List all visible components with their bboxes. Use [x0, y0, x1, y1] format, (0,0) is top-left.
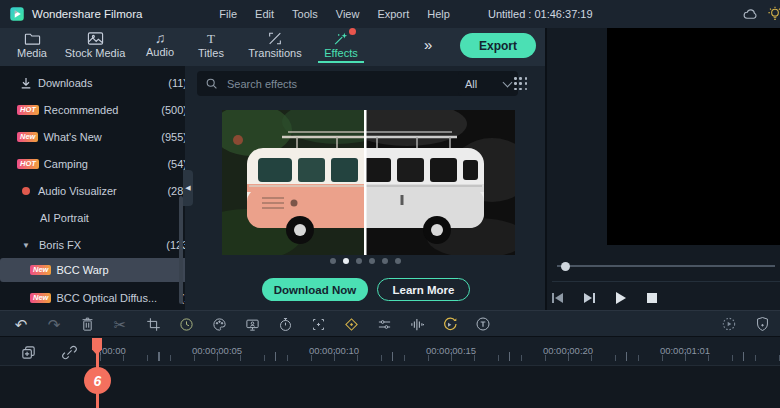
grid-view-icon[interactable] — [514, 77, 528, 91]
audio-sync-icon[interactable] — [438, 313, 462, 335]
color-palette-icon[interactable] — [207, 313, 231, 335]
effects-wand-icon — [333, 31, 350, 46]
sidebar-item-whats-new[interactable]: New What's New (955) — [0, 125, 197, 149]
sidebar-item-label: Downloads — [38, 77, 92, 89]
tab-media-label: Media — [17, 47, 47, 59]
denoise-icon[interactable] — [405, 313, 429, 335]
dot-active[interactable] — [343, 258, 349, 264]
menu-help[interactable]: Help — [418, 8, 459, 20]
learn-more-button[interactable]: Learn More — [377, 278, 470, 301]
tab-transitions[interactable]: Transitions — [244, 31, 306, 59]
previous-frame-button[interactable] — [552, 293, 563, 303]
hot-badge: HOT — [17, 159, 39, 169]
caret-down-icon: ▼ — [22, 241, 30, 250]
dot[interactable] — [369, 258, 375, 264]
effects-category-sidebar: Downloads (11) HOT Recommended (500) New… — [0, 66, 185, 310]
editing-toolbar: ↶ ↷ ✂ — [0, 310, 780, 337]
active-tab-underline — [318, 61, 364, 63]
speed-icon[interactable] — [174, 313, 198, 335]
undo-icon[interactable]: ↶ — [9, 313, 33, 335]
folder-icon — [24, 31, 41, 46]
adjust-icon[interactable] — [372, 313, 396, 335]
next-frame-button[interactable] — [584, 293, 595, 303]
carousel-dots[interactable] — [330, 258, 401, 264]
notification-dot — [349, 28, 356, 35]
tab-audio[interactable]: ♫ Audio — [140, 31, 180, 58]
sidebar-item-camping[interactable]: HOT Camping (54) — [0, 152, 197, 176]
ruler-minor-ticks — [100, 355, 780, 361]
export-button[interactable]: Export — [460, 33, 536, 58]
sidebar-item-label: BCC Warp — [56, 264, 108, 276]
cloud-icon[interactable] — [742, 7, 759, 21]
tab-effects[interactable]: Effects — [318, 31, 364, 59]
stop-button[interactable] — [647, 293, 657, 303]
split-scissors-icon[interactable]: ✂ — [108, 313, 132, 335]
timer-icon[interactable] — [273, 313, 297, 335]
dot[interactable] — [356, 258, 362, 264]
dot[interactable] — [395, 258, 401, 264]
video-preview-area[interactable] — [607, 28, 780, 245]
preview-scrubber[interactable] — [557, 262, 775, 270]
app-title: Wondershare Filmora — [32, 8, 142, 20]
music-note-icon: ♫ — [155, 31, 166, 45]
sidebar-item-label: Camping — [44, 158, 88, 170]
sidebar-item-label: Boris FX — [39, 239, 81, 251]
new-badge: New — [30, 265, 51, 275]
screen-record-icon[interactable] — [240, 313, 264, 335]
dot[interactable] — [382, 258, 388, 264]
sidebar-item-downloads[interactable]: Downloads (11) — [0, 71, 197, 95]
search-input[interactable] — [225, 77, 429, 91]
filter-value: All — [465, 78, 477, 90]
new-badge: New — [30, 293, 51, 303]
red-dot-icon — [17, 187, 35, 195]
render-preview-icon[interactable] — [717, 313, 741, 335]
download-now-button[interactable]: Download Now — [262, 278, 368, 301]
scrubber-track[interactable] — [557, 265, 775, 267]
filter-dropdown[interactable]: All — [458, 71, 518, 96]
bulb-icon[interactable] — [767, 5, 780, 23]
delete-icon[interactable] — [75, 313, 99, 335]
menu-edit[interactable]: Edit — [246, 8, 283, 20]
item-count: (500) — [161, 104, 187, 116]
sidebar-item-boris-fx[interactable]: ▼ Boris FX (123) — [0, 233, 202, 257]
menu-export[interactable]: Export — [368, 8, 418, 20]
item-count: (955) — [161, 131, 187, 143]
top-menu-bar: Wondershare Filmora File Edit Tools View… — [0, 0, 780, 28]
tab-effects-label: Effects — [324, 47, 357, 59]
tab-audio-label: Audio — [146, 46, 174, 58]
motion-track-icon[interactable] — [306, 313, 330, 335]
search-field[interactable] — [197, 71, 468, 96]
menu-view[interactable]: View — [327, 8, 369, 20]
crop-icon[interactable] — [141, 313, 165, 335]
menu-tools[interactable]: Tools — [283, 8, 327, 20]
redo-icon[interactable]: ↷ — [42, 313, 66, 335]
keyframe-icon[interactable] — [339, 313, 363, 335]
promo-banner-image[interactable] — [222, 110, 515, 255]
tab-media[interactable]: Media — [10, 31, 54, 59]
filmora-logo-icon — [8, 5, 26, 23]
text-to-speech-icon[interactable] — [471, 313, 495, 335]
sidebar-item-recommended[interactable]: HOT Recommended (500) — [0, 98, 197, 122]
sidebar-item-label: AI Portrait — [40, 212, 89, 224]
play-button[interactable] — [616, 292, 626, 304]
sidebar-item-label: Audio Visualizer — [38, 185, 117, 197]
project-title: Untitled : 01:46:37:19 — [488, 0, 593, 28]
sidebar-item-label: BCC Optical Diffus... — [56, 292, 157, 304]
scrubber-knob[interactable] — [561, 262, 570, 271]
titles-icon: T — [207, 31, 215, 46]
mark-shield-icon[interactable] — [750, 313, 774, 335]
sidebar-item-audio-visualizer[interactable]: Audio Visualizer (28) — [0, 179, 197, 203]
tab-stock-media-label: Stock Media — [65, 47, 126, 59]
sidebar-scrollbar[interactable] — [179, 196, 183, 304]
sidebar-collapse-arrow[interactable]: ◀ — [183, 170, 193, 206]
dot[interactable] — [330, 258, 336, 264]
menu-file[interactable]: File — [210, 8, 246, 20]
tab-stock-media[interactable]: Stock Media — [62, 31, 128, 59]
tab-titles[interactable]: T Titles — [192, 31, 230, 59]
tab-transitions-label: Transitions — [248, 47, 301, 59]
filmora-window: Wondershare Filmora File Edit Tools View… — [0, 0, 780, 408]
playhead-badge[interactable]: 6 — [84, 367, 111, 394]
more-tabs-chevrons[interactable]: » — [424, 36, 430, 53]
tab-titles-label: Titles — [198, 47, 224, 59]
timeline-track-area[interactable] — [0, 365, 780, 408]
